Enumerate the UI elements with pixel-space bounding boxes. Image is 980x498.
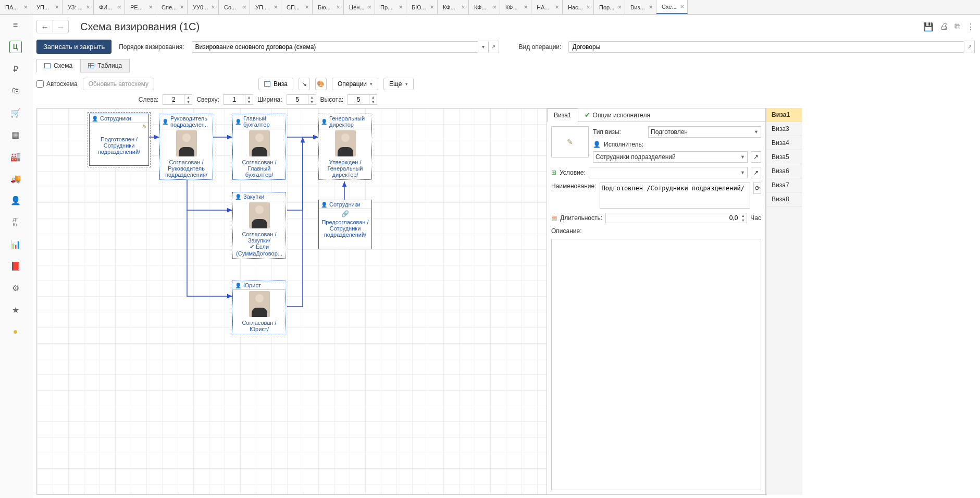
ruble-icon[interactable]: ₽ (9, 63, 22, 75)
autoscheme-checkbox[interactable]: Автосхема (36, 80, 78, 88)
window-tab[interactable]: БЮ...× (406, 0, 438, 14)
close-icon[interactable]: × (680, 3, 684, 10)
subtab-schema[interactable]: Схема (36, 59, 80, 72)
refresh-auto-button[interactable]: Обновить автосхему (83, 78, 154, 90)
book-icon[interactable]: 📕 (9, 260, 22, 272)
circle-icon[interactable]: ● (9, 325, 22, 338)
window-tab[interactable]: НА...× (531, 0, 563, 14)
close-icon[interactable]: × (117, 3, 121, 11)
window-tab[interactable]: Виз...× (625, 0, 656, 14)
close-icon[interactable]: × (492, 3, 497, 11)
top-spinner[interactable]: ▲▼ (224, 94, 253, 105)
visa-button[interactable]: Виза (258, 78, 293, 90)
person-icon[interactable]: 👤 (9, 194, 22, 207)
window-tab[interactable]: ФИ...× (94, 0, 125, 14)
duration-spinner[interactable]: ▲▼ (605, 213, 747, 223)
exec-select[interactable]: Сотрудники подразделений▼ (593, 151, 748, 163)
save-icon[interactable]: 💾 (923, 22, 934, 32)
visa-list-item[interactable]: Виза5 (766, 150, 802, 164)
star-icon[interactable]: ★ (9, 303, 22, 316)
app-logo-icon[interactable]: Ц (9, 41, 22, 53)
visa-list-item[interactable]: Виза4 (766, 136, 802, 150)
print-icon[interactable]: 🖨 (940, 22, 948, 32)
order-ext-button[interactable]: ↗ (489, 41, 499, 53)
name-refresh-button[interactable]: ⟳ (753, 183, 761, 194)
visa-thumbnail[interactable]: ✎ (551, 126, 589, 157)
window-tab[interactable]: Пор...× (594, 0, 625, 14)
window-tab[interactable]: Бю...× (313, 0, 344, 14)
close-icon[interactable]: × (180, 3, 184, 11)
window-tab[interactable]: Спе...× (156, 0, 188, 14)
window-tab[interactable]: УЗ: ...× (63, 0, 94, 14)
order-field[interactable] (192, 41, 478, 53)
node-purchasing[interactable]: 👤Закупки Согласован /Закупки/✔ Если (Сум… (232, 192, 286, 259)
nav-fwd-button[interactable]: → (53, 20, 68, 33)
visa-list-item[interactable]: Виза8 (766, 192, 802, 207)
op-field[interactable] (568, 41, 964, 53)
grid-icon[interactable]: ▦ (9, 128, 22, 141)
rp-tab-exec-opts[interactable]: ✔ Опции исполнителя (578, 108, 657, 122)
close-icon[interactable]: × (399, 3, 403, 11)
visa-list-item[interactable]: Виза7 (766, 178, 802, 192)
window-tab[interactable]: УУ0...× (188, 0, 219, 14)
op-ext-button[interactable]: ↗ (964, 41, 975, 53)
close-icon[interactable]: × (23, 3, 28, 11)
menu-icon[interactable]: ≡ (9, 19, 22, 31)
save-close-button[interactable]: Записать и закрыть (36, 40, 111, 54)
close-icon[interactable]: × (617, 3, 622, 11)
close-icon[interactable]: × (336, 3, 340, 11)
window-tab[interactable]: УП...× (31, 0, 63, 14)
window-tab[interactable]: СП...× (281, 0, 313, 14)
close-icon[interactable]: × (86, 3, 90, 11)
dtkt-icon[interactable]: ДтКт (9, 216, 22, 228)
more-icon[interactable]: ⋮ (966, 22, 975, 32)
window-tab[interactable]: УП...× (250, 0, 281, 14)
close-icon[interactable]: × (430, 3, 434, 11)
diagram-canvas[interactable]: 👤Сотрудники ✎ Подготовлен /Сотрудники по… (36, 108, 547, 495)
cart-icon[interactable]: 🛒 (9, 106, 22, 119)
factory-icon[interactable]: 🏭 (9, 150, 22, 163)
node-employees-2[interactable]: 👤Сотрудники 🔗 Предсогласован /Сотрудники… (318, 200, 372, 249)
window-tab[interactable]: ПА...× (0, 0, 31, 14)
type-select[interactable]: Подготовлен▼ (648, 126, 761, 138)
window-tab[interactable]: Нас...× (563, 0, 594, 14)
window-tab[interactable]: Пр...× (375, 0, 406, 14)
close-icon[interactable]: × (649, 3, 653, 11)
more-button[interactable]: Еще ▾ (383, 78, 413, 90)
node-director[interactable]: 👤Генеральный директор Утвержден /Генерал… (318, 114, 372, 180)
window-tab[interactable]: Со...× (219, 0, 250, 14)
external-icon[interactable]: ⧉ (954, 22, 960, 32)
visa-list-item[interactable]: Виза1 (766, 108, 802, 122)
height-spinner[interactable]: ▲▼ (348, 94, 377, 105)
close-icon[interactable]: × (148, 3, 153, 11)
cond-select[interactable]: ▼ (589, 167, 748, 178)
operations-button[interactable]: Операции ▾ (332, 78, 378, 90)
palette-button[interactable]: 🎨 (315, 78, 327, 90)
close-icon[interactable]: × (586, 3, 590, 11)
cond-open-button[interactable]: ↗ (751, 167, 761, 178)
desc-textarea[interactable] (551, 239, 761, 490)
nav-back-button[interactable]: ← (37, 20, 53, 33)
rp-tab-visa1[interactable]: Виза1 (547, 108, 578, 122)
close-icon[interactable]: × (242, 3, 246, 11)
node-accountant[interactable]: 👤Главный бухгалтер Согласован /Главный б… (232, 114, 286, 180)
left-spinner[interactable]: ▲▼ (163, 94, 192, 105)
chart-icon[interactable]: 📊 (9, 238, 22, 250)
visa-list-item[interactable]: Виза6 (766, 164, 802, 178)
window-tab[interactable]: РЕ...× (125, 0, 156, 14)
window-tab[interactable]: КФ...× (500, 0, 531, 14)
close-icon[interactable]: × (211, 3, 215, 11)
close-icon[interactable]: × (305, 3, 309, 11)
close-icon[interactable]: × (367, 3, 371, 11)
window-tab[interactable]: КФ...× (438, 0, 469, 14)
close-icon[interactable]: × (524, 3, 528, 11)
visa-list-item[interactable]: Виза3 (766, 122, 802, 136)
window-tab[interactable]: Схе...× (656, 0, 688, 14)
bag-icon[interactable]: 🛍 (9, 84, 22, 97)
close-icon[interactable]: × (461, 3, 465, 11)
window-tab[interactable]: Цен...× (344, 0, 375, 14)
node-employees-1[interactable]: 👤Сотрудники ✎ Подготовлен /Сотрудники по… (89, 114, 149, 166)
close-icon[interactable]: × (555, 3, 559, 11)
node-lawyer[interactable]: 👤Юрист Согласован /Юрист/ (232, 281, 286, 334)
close-icon[interactable]: × (55, 3, 59, 11)
